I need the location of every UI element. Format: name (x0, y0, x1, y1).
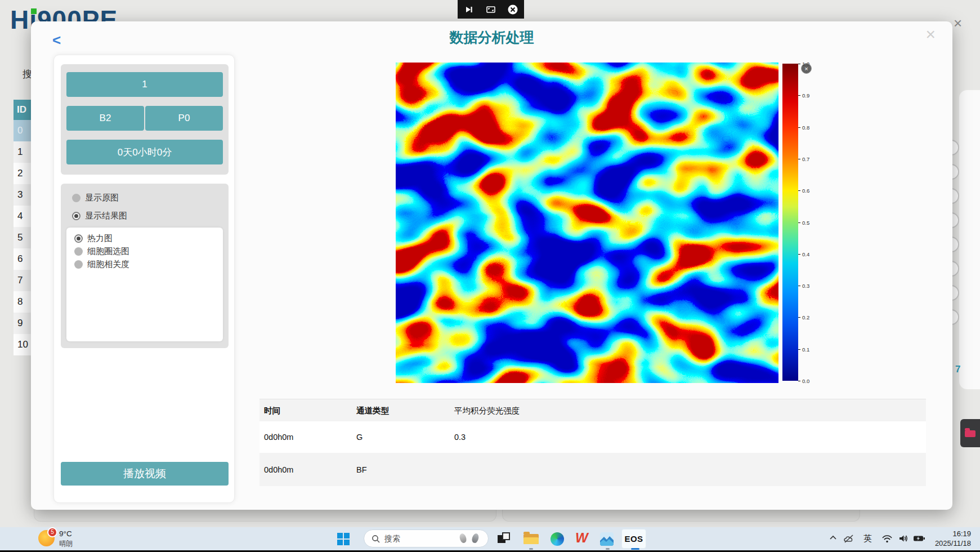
result-table-row[interactable]: 0d0h0mBF (259, 453, 926, 486)
heatmap-colorbar: 1.00.90.80.70.60.50.40.30.20.10.0 × (782, 62, 817, 391)
col-time: 时间 (264, 405, 280, 416)
colorbar-tick (798, 317, 800, 318)
edge-browser-icon[interactable] (551, 532, 564, 546)
capture-close-icon[interactable] (507, 3, 519, 16)
radio-label: 细胞圈选图 (87, 246, 129, 257)
time-button[interactable]: 0天0小时0分 (66, 140, 223, 164)
result-table-cell: 0d0h0m (264, 433, 293, 442)
windows-taskbar: 5 9°C 晴朗 搜索 W EOS 英 16:19 2 (0, 527, 980, 550)
bg-right-panel (958, 89, 980, 390)
radio-heatmap[interactable]: 热力图 (74, 233, 113, 244)
task-view-icon[interactable] (498, 532, 512, 546)
result-table-cell: 0.3 (454, 433, 466, 442)
colorbar-tick (798, 159, 800, 159)
screen-capture-toolbar (458, 0, 524, 19)
active-app-indicator (631, 548, 639, 550)
well-button[interactable]: 1 (66, 72, 223, 97)
colorbar-tick-label: 0.2 (802, 314, 809, 320)
running-indicator (529, 548, 533, 550)
radio-cell-correlation[interactable]: 细胞相关度 (74, 259, 129, 270)
tray-date: 2025/11/18 (935, 538, 971, 548)
colorbar-tick-label: 0.1 (802, 346, 809, 353)
volume-icon[interactable] (898, 534, 910, 545)
result-table: 时间 通道类型 平均积分荧光强度 0d0h0mG0.30d0h0mBF (259, 399, 926, 486)
colorbar-tick (798, 127, 800, 128)
search-highlight-image (459, 533, 468, 544)
colorbar-tick-label: 0.0 (802, 378, 809, 384)
radio-label: 显示结果图 (85, 211, 127, 221)
result-table-cell: 0d0h0m (264, 465, 293, 474)
modal-close-icon[interactable]: × (925, 25, 936, 44)
radio-unselected-icon (74, 260, 83, 269)
heatmap-image (396, 63, 778, 383)
radio-selected-icon (72, 212, 80, 220)
radio-label: 细胞相关度 (87, 259, 129, 270)
capture-skip-icon[interactable] (463, 3, 475, 16)
search-icon (372, 535, 381, 546)
floating-folder-shortcut[interactable] (960, 419, 980, 447)
colorbar-tick-label: 0.6 (802, 188, 809, 194)
file-explorer-icon[interactable] (523, 532, 539, 546)
weather-condition[interactable]: 晴朗 (59, 539, 73, 549)
colorbar-tick (798, 190, 800, 191)
result-table-row[interactable]: 0d0h0mG0.3 (259, 421, 926, 453)
pink-folder-icon (965, 430, 975, 437)
analysis-sidebar: 1 B2 P0 0天0小时0分 显示原图 显示结果图 热力图 细胞圈 (53, 55, 235, 503)
eos-app-icon[interactable]: EOS (621, 529, 646, 549)
data-analysis-modal: < 数据分析处理 × 1 B2 P0 0天0小时0分 显示原图 显示结果图 热力… (31, 21, 952, 510)
weather-temperature[interactable]: 9°C (59, 529, 72, 538)
colorbar-tick-label: 0.3 (802, 283, 809, 289)
wps-office-icon[interactable]: W (575, 530, 590, 544)
result-table-cell: BF (356, 465, 367, 474)
position-p0-button[interactable]: P0 (145, 106, 223, 131)
bg-right-number: 7 (955, 364, 960, 375)
colorbar-tick (798, 286, 800, 286)
weather-badge: 5 (47, 527, 57, 537)
play-video-button[interactable]: 播放视频 (61, 462, 229, 486)
result-type-box: 热力图 细胞圈选图 细胞相关度 (66, 228, 223, 341)
colorbar-tick-label: 0.4 (802, 251, 809, 257)
result-table-cell: G (356, 433, 363, 442)
radio-selected-icon (74, 234, 83, 243)
tray-chevron-icon[interactable] (829, 534, 838, 544)
radio-cell-outline[interactable]: 细胞圈选图 (74, 246, 129, 257)
radio-unselected-icon (74, 247, 83, 256)
logo-green-dot (31, 8, 37, 14)
radio-unselected-icon (72, 194, 80, 202)
running-indicator (606, 548, 610, 550)
photos-app-icon[interactable] (600, 532, 614, 546)
battery-icon[interactable] (913, 534, 927, 545)
display-options-panel: 显示原图 显示结果图 热力图 细胞圈选图 细胞相关度 (61, 184, 229, 348)
tray-time: 16:19 (935, 529, 971, 538)
radio-label: 显示原图 (85, 193, 119, 203)
onedrive-offline-icon[interactable] (843, 534, 856, 546)
search-highlight-image (471, 533, 480, 544)
selection-panel: 1 B2 P0 0天0小时0分 (61, 64, 229, 175)
colorbar-tick-label: 0.7 (802, 156, 809, 162)
colorbar-tick (798, 222, 800, 223)
colorbar-tick (798, 254, 800, 255)
radio-show-original[interactable]: 显示原图 (72, 193, 119, 203)
bg-window-close-icon[interactable]: × (954, 15, 962, 32)
colorbar-tick (798, 64, 800, 64)
colorbar-tick-label: 0.5 (802, 220, 809, 226)
clock[interactable]: 16:19 2025/11/18 (935, 529, 971, 548)
radio-show-result[interactable]: 显示结果图 (72, 211, 127, 221)
col-intensity: 平均积分荧光强度 (454, 405, 520, 416)
radio-label: 热力图 (87, 233, 113, 244)
search-placeholder: 搜索 (384, 534, 400, 544)
wifi-icon[interactable] (881, 534, 893, 545)
colorbar-close-icon[interactable]: × (801, 63, 812, 74)
row-b2-button[interactable]: B2 (66, 106, 144, 131)
col-channel: 通道类型 (356, 405, 389, 416)
colorbar-tick (798, 349, 800, 350)
capture-resize-icon[interactable] (485, 3, 497, 16)
search-input[interactable]: 搜索 (364, 529, 489, 547)
colorbar-gradient (782, 64, 798, 381)
colorbar-tick (798, 95, 800, 96)
colorbar-tick-label: 0.8 (802, 124, 809, 131)
result-table-header: 时间 通道类型 平均积分荧光强度 (259, 399, 926, 421)
ime-language-indicator[interactable]: 英 (863, 533, 872, 544)
modal-title: 数据分析处理 (31, 28, 952, 47)
start-button[interactable] (337, 533, 350, 545)
